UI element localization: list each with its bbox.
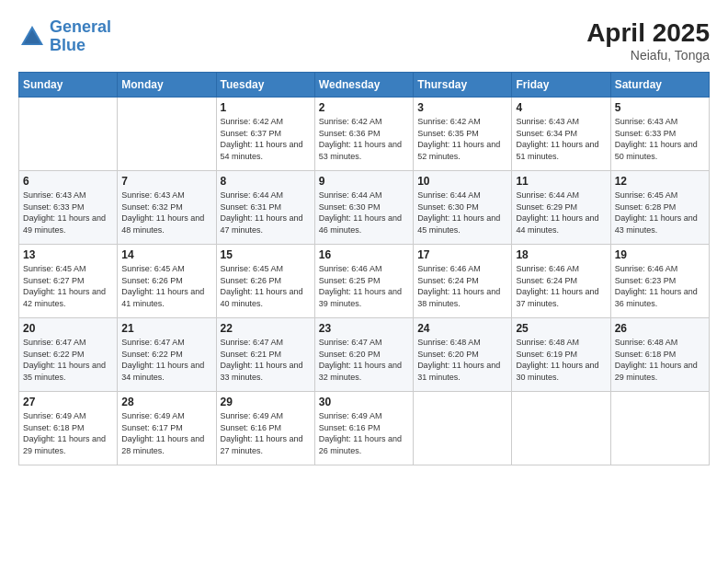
calendar-day-cell: 24Sunrise: 6:48 AM Sunset: 6:20 PM Dayli…: [414, 318, 512, 392]
logo-line1: General: [50, 17, 111, 36]
day-number: 1: [221, 101, 311, 114]
calendar-day-cell: 4Sunrise: 6:43 AM Sunset: 6:34 PM Daylig…: [512, 98, 610, 171]
day-info: Sunrise: 6:44 AM Sunset: 6:30 PM Dayligh…: [319, 190, 409, 236]
calendar-header: SundayMondayTuesdayWednesdayThursdayFrid…: [19, 73, 710, 98]
day-number: 8: [221, 175, 311, 188]
day-info: Sunrise: 6:46 AM Sunset: 6:25 PM Dayligh…: [319, 263, 409, 309]
calendar-day-cell: [610, 392, 709, 465]
calendar-day-cell: 29Sunrise: 6:49 AM Sunset: 6:16 PM Dayli…: [216, 392, 314, 465]
day-info: Sunrise: 6:42 AM Sunset: 6:36 PM Dayligh…: [319, 116, 409, 162]
day-number: 22: [221, 322, 311, 335]
day-info: Sunrise: 6:46 AM Sunset: 6:24 PM Dayligh…: [516, 263, 606, 309]
calendar-week-row: 20Sunrise: 6:47 AM Sunset: 6:22 PM Dayli…: [19, 318, 710, 392]
day-number: 14: [121, 248, 211, 261]
calendar-day-cell: 22Sunrise: 6:47 AM Sunset: 6:21 PM Dayli…: [216, 318, 314, 392]
day-number: 3: [417, 101, 507, 114]
day-info: Sunrise: 6:46 AM Sunset: 6:24 PM Dayligh…: [417, 263, 507, 309]
day-info: Sunrise: 6:46 AM Sunset: 6:23 PM Dayligh…: [615, 263, 705, 309]
calendar-day-cell: [118, 98, 216, 171]
calendar-day-cell: 30Sunrise: 6:49 AM Sunset: 6:16 PM Dayli…: [314, 392, 413, 465]
day-number: 30: [319, 396, 409, 408]
day-number: 9: [319, 175, 409, 188]
day-number: 11: [516, 175, 606, 188]
day-info: Sunrise: 6:43 AM Sunset: 6:34 PM Dayligh…: [516, 116, 606, 162]
logo-icon: [18, 23, 46, 51]
day-number: 20: [23, 322, 113, 335]
day-number: 19: [615, 248, 705, 261]
day-number: 6: [23, 175, 113, 188]
day-info: Sunrise: 6:47 AM Sunset: 6:20 PM Dayligh…: [319, 337, 409, 383]
day-info: Sunrise: 6:49 AM Sunset: 6:16 PM Dayligh…: [319, 410, 409, 456]
calendar-day-cell: 3Sunrise: 6:42 AM Sunset: 6:35 PM Daylig…: [414, 98, 512, 171]
day-number: 5: [615, 101, 705, 114]
calendar-week-row: 27Sunrise: 6:49 AM Sunset: 6:18 PM Dayli…: [19, 392, 710, 465]
day-info: Sunrise: 6:48 AM Sunset: 6:20 PM Dayligh…: [417, 337, 507, 383]
day-info: Sunrise: 6:47 AM Sunset: 6:21 PM Dayligh…: [221, 337, 311, 383]
day-info: Sunrise: 6:45 AM Sunset: 6:26 PM Dayligh…: [221, 263, 311, 309]
day-info: Sunrise: 6:49 AM Sunset: 6:18 PM Dayligh…: [23, 410, 113, 456]
logo-text: General Blue: [50, 18, 111, 55]
weekday-header: Wednesday: [314, 73, 413, 98]
calendar-day-cell: 25Sunrise: 6:48 AM Sunset: 6:19 PM Dayli…: [512, 318, 610, 392]
day-number: 13: [23, 248, 113, 261]
calendar-day-cell: 20Sunrise: 6:47 AM Sunset: 6:22 PM Dayli…: [19, 318, 118, 392]
calendar-day-cell: [512, 392, 610, 465]
calendar-day-cell: 15Sunrise: 6:45 AM Sunset: 6:26 PM Dayli…: [216, 245, 314, 318]
calendar-day-cell: 18Sunrise: 6:46 AM Sunset: 6:24 PM Dayli…: [512, 245, 610, 318]
day-number: 4: [516, 101, 606, 114]
day-info: Sunrise: 6:45 AM Sunset: 6:26 PM Dayligh…: [121, 263, 211, 309]
calendar-day-cell: [414, 392, 512, 465]
day-number: 17: [417, 248, 507, 261]
day-info: Sunrise: 6:44 AM Sunset: 6:30 PM Dayligh…: [417, 190, 507, 236]
day-number: 12: [615, 175, 705, 188]
day-info: Sunrise: 6:42 AM Sunset: 6:35 PM Dayligh…: [417, 116, 507, 162]
calendar-day-cell: 1Sunrise: 6:42 AM Sunset: 6:37 PM Daylig…: [216, 98, 314, 171]
calendar-day-cell: 16Sunrise: 6:46 AM Sunset: 6:25 PM Dayli…: [314, 245, 413, 318]
day-number: 21: [121, 322, 211, 335]
calendar-day-cell: 14Sunrise: 6:45 AM Sunset: 6:26 PM Dayli…: [118, 245, 216, 318]
calendar-day-cell: 11Sunrise: 6:44 AM Sunset: 6:29 PM Dayli…: [512, 171, 610, 245]
calendar-table: SundayMondayTuesdayWednesdayThursdayFrid…: [18, 72, 710, 465]
calendar-day-cell: 7Sunrise: 6:43 AM Sunset: 6:32 PM Daylig…: [118, 171, 216, 245]
calendar-body: 1Sunrise: 6:42 AM Sunset: 6:37 PM Daylig…: [19, 98, 710, 465]
day-number: 25: [516, 322, 606, 335]
weekday-header: Friday: [512, 73, 610, 98]
day-info: Sunrise: 6:48 AM Sunset: 6:19 PM Dayligh…: [516, 337, 606, 383]
calendar-day-cell: [19, 98, 118, 171]
calendar-day-cell: 5Sunrise: 6:43 AM Sunset: 6:33 PM Daylig…: [610, 98, 709, 171]
day-info: Sunrise: 6:45 AM Sunset: 6:28 PM Dayligh…: [615, 190, 705, 236]
weekday-header: Thursday: [414, 73, 512, 98]
calendar-day-cell: 13Sunrise: 6:45 AM Sunset: 6:27 PM Dayli…: [19, 245, 118, 318]
day-number: 16: [319, 248, 409, 261]
day-info: Sunrise: 6:48 AM Sunset: 6:18 PM Dayligh…: [615, 337, 705, 383]
day-info: Sunrise: 6:42 AM Sunset: 6:37 PM Dayligh…: [221, 116, 311, 162]
day-info: Sunrise: 6:49 AM Sunset: 6:16 PM Dayligh…: [221, 410, 311, 456]
page-header: General Blue April 2025 Neiafu, Tonga: [18, 18, 710, 63]
day-info: Sunrise: 6:45 AM Sunset: 6:27 PM Dayligh…: [23, 263, 113, 309]
day-number: 23: [319, 322, 409, 335]
calendar-day-cell: 9Sunrise: 6:44 AM Sunset: 6:30 PM Daylig…: [314, 171, 413, 245]
weekday-header: Monday: [118, 73, 216, 98]
logo: General Blue: [18, 18, 111, 55]
calendar-day-cell: 6Sunrise: 6:43 AM Sunset: 6:33 PM Daylig…: [19, 171, 118, 245]
calendar-week-row: 13Sunrise: 6:45 AM Sunset: 6:27 PM Dayli…: [19, 245, 710, 318]
calendar-day-cell: 28Sunrise: 6:49 AM Sunset: 6:17 PM Dayli…: [118, 392, 216, 465]
calendar-day-cell: 2Sunrise: 6:42 AM Sunset: 6:36 PM Daylig…: [314, 98, 413, 171]
day-number: 29: [221, 396, 311, 408]
day-number: 24: [417, 322, 507, 335]
calendar-day-cell: 8Sunrise: 6:44 AM Sunset: 6:31 PM Daylig…: [216, 171, 314, 245]
day-info: Sunrise: 6:49 AM Sunset: 6:17 PM Dayligh…: [121, 410, 211, 456]
day-info: Sunrise: 6:44 AM Sunset: 6:29 PM Dayligh…: [516, 190, 606, 236]
weekday-header: Tuesday: [216, 73, 314, 98]
location: Neiafu, Tonga: [586, 48, 710, 63]
day-info: Sunrise: 6:44 AM Sunset: 6:31 PM Dayligh…: [221, 190, 311, 236]
day-info: Sunrise: 6:43 AM Sunset: 6:33 PM Dayligh…: [23, 190, 113, 236]
day-number: 28: [121, 396, 211, 408]
weekday-header-row: SundayMondayTuesdayWednesdayThursdayFrid…: [19, 73, 710, 98]
calendar-day-cell: 21Sunrise: 6:47 AM Sunset: 6:22 PM Dayli…: [118, 318, 216, 392]
day-info: Sunrise: 6:43 AM Sunset: 6:33 PM Dayligh…: [615, 116, 705, 162]
weekday-header: Sunday: [19, 73, 118, 98]
day-number: 26: [615, 322, 705, 335]
day-number: 10: [417, 175, 507, 188]
day-number: 27: [23, 396, 113, 408]
